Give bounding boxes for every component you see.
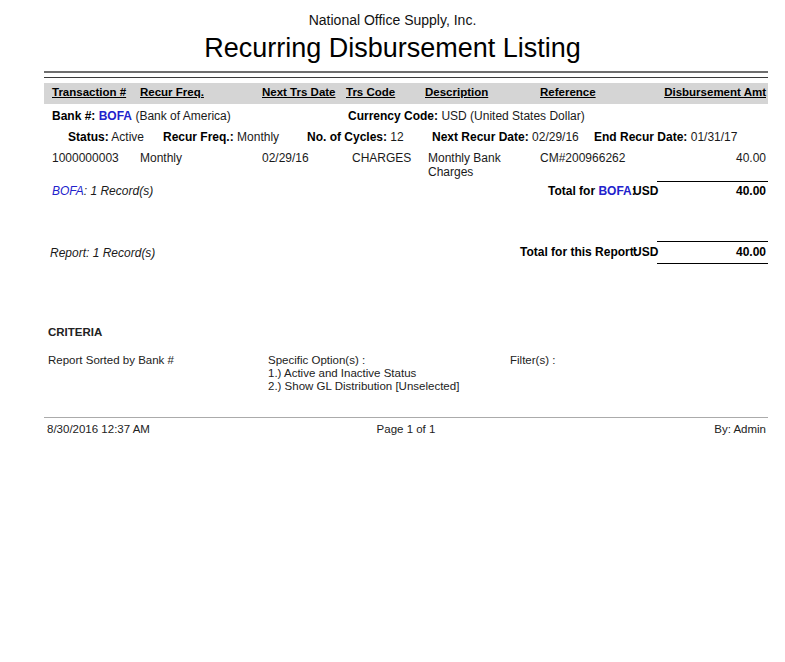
criteria-option-2: 2.) Show GL Distribution [Unselected] [268,380,459,393]
criteria-specific-options: Specific Option(s) : 1.) Active and Inac… [268,354,459,394]
report-total-overline [657,241,768,242]
currency-value: USD (United States Dollar) [441,109,584,123]
group-total-amount: 40.00 [648,184,766,198]
report-total-label: Total for this Report: [520,245,638,259]
cycles-value: 12 [390,130,403,144]
bank-name: (Bank of America) [135,109,230,123]
status-field: Status: Active [68,130,144,144]
next-recur-date-label: Next Recur Date: [432,130,529,144]
bank-label: Bank #: [52,109,95,123]
end-recur-date-field: End Recur Date: 01/31/17 [594,130,737,144]
criteria-sorted-by: Report Sorted by Bank # [48,354,174,366]
column-header-next-trs-date: Next Trs Date [262,86,336,98]
currency-label: Currency Code: [348,109,438,123]
status-label: Status: [68,130,109,144]
cell-amount: 40.00 [648,151,766,165]
cell-description: Monthly Bank Charges [428,151,524,179]
footer-rule [44,417,768,418]
company-name: National Office Supply, Inc. [0,12,785,28]
criteria-filters-label: Filter(s) : [510,354,555,366]
report-title: Recurring Disbursement Listing [0,33,785,64]
column-header-reference: Reference [540,86,596,98]
criteria-specific-options-label: Specific Option(s) : [268,354,459,367]
end-recur-date-label: End Recur Date: [594,130,687,144]
bank-header: Bank #: BOFA (Bank of America) [52,109,231,123]
next-recur-date-value: 02/29/16 [532,130,579,144]
report-page: National Office Supply, Inc. Recurring D… [0,0,785,662]
group-total-overline [657,181,768,182]
recur-freq-field: Recur Freq.: Monthly [163,130,279,144]
report-record-count: Report: 1 Record(s) [50,246,155,260]
report-total-underline [657,263,768,264]
group-record-count-text: : 1 Record(s) [84,184,153,198]
criteria-heading: CRITERIA [48,326,102,338]
status-value: Active [111,130,144,144]
cell-recur-freq: Monthly [140,151,182,165]
group-record-count-code: BOFA [52,184,84,198]
column-header-description: Description [425,86,488,98]
cell-transaction: 1000000003 [52,151,119,165]
currency-header: Currency Code: USD (United States Dollar… [348,109,585,123]
group-total-bank-code: BOFA [598,184,631,198]
footer-author: By: Admin [44,423,766,435]
title-divider-rule [44,71,768,78]
criteria-option-1: 1.) Active and Inactive Status [268,367,459,380]
table-column-header-bar: Transaction # Recur Freq. Next Trs Date … [44,83,768,104]
group-record-count: BOFA: 1 Record(s) [52,184,153,198]
end-recur-date-value: 01/31/17 [691,130,738,144]
bank-code: BOFA [99,109,132,123]
recur-freq-value: Monthly [237,130,279,144]
group-total-label: Total for BOFA: [548,184,636,198]
recur-freq-label: Recur Freq.: [163,130,234,144]
group-total-label-text: Total for [548,184,598,198]
cell-reference: CM#200966262 [540,151,625,165]
cycles-label: No. of Cycles: [307,130,387,144]
cycles-field: No. of Cycles: 12 [307,130,404,144]
column-header-disbursement-amt: Disbursement Amt [664,86,766,98]
next-recur-date-field: Next Recur Date: 02/29/16 [432,130,579,144]
column-header-trs-code: Trs Code [346,86,395,98]
column-header-recur-freq: Recur Freq. [140,86,204,98]
cell-next-trs-date: 02/29/16 [262,151,309,165]
column-header-transaction: Transaction # [52,86,126,98]
report-total-amount: 40.00 [648,245,766,259]
cell-trs-code: CHARGES [352,151,411,165]
